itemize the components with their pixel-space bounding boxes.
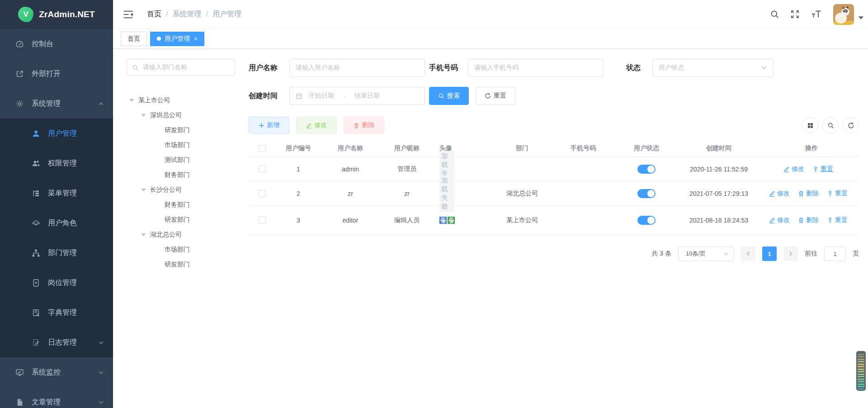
tree-node[interactable]: 湖北总公司: [127, 227, 235, 242]
sidebar: V ZrAdmin.NET 控制台外部打开系统管理用户管理权限管理菜单管理用户角…: [0, 0, 113, 408]
sidebar-item-system-monitor[interactable]: 系统监控: [0, 357, 113, 387]
status-toggle[interactable]: [637, 189, 656, 198]
row-checkbox[interactable]: [259, 217, 266, 224]
caret-down-icon[interactable]: [129, 99, 134, 102]
page-size-select[interactable]: 10条/页: [678, 247, 734, 261]
created-time: 2020-11-26 11:52:59: [674, 166, 764, 173]
goto-label: 前往: [805, 250, 817, 258]
created-time: 2021-08-18 18:24:53: [674, 217, 764, 224]
tree-node[interactable]: 财务部门: [127, 167, 235, 182]
tree-node[interactable]: 长沙分公司: [127, 182, 235, 197]
breadcrumb-item[interactable]: 首页: [147, 9, 161, 19]
reset-link[interactable]: 重置: [812, 165, 833, 173]
tree-node[interactable]: 市场部门: [127, 242, 235, 257]
sidebar-item-log-mgmt[interactable]: 日志管理: [0, 327, 113, 357]
dashboard-icon: [15, 40, 24, 48]
user-icon: [32, 129, 40, 138]
sidebar-item-user-mgmt[interactable]: 用户管理: [0, 119, 113, 148]
current-page-button[interactable]: 1: [762, 247, 777, 261]
edit-link[interactable]: 修改: [783, 165, 804, 173]
tree-node-label: 市场部门: [165, 141, 190, 149]
delete-link[interactable]: 删除: [798, 216, 819, 224]
sidebar-item-perm-mgmt[interactable]: 权限管理: [0, 148, 113, 178]
row-checkbox[interactable]: [259, 190, 266, 197]
tree-node[interactable]: 研发部门: [127, 212, 235, 227]
user-avatar[interactable]: [833, 4, 854, 25]
close-icon[interactable]: ×: [194, 36, 198, 42]
badge-icon: [32, 279, 40, 287]
add-button[interactable]: 新增: [249, 117, 289, 134]
delete-link[interactable]: 删除: [798, 190, 819, 198]
tree-node[interactable]: 测试部门: [127, 152, 235, 167]
search-button[interactable]: 搜索: [429, 87, 469, 105]
row-actions: 修改删除重置: [764, 190, 859, 198]
row-checkbox[interactable]: [259, 166, 266, 173]
sidebar-item-dashboard[interactable]: 控制台: [0, 29, 113, 59]
tree-node[interactable]: 市场部门: [127, 138, 235, 152]
tree-node-label: 长沙分公司: [150, 186, 182, 194]
search-icon: [827, 122, 834, 129]
users-icon: [32, 159, 40, 168]
caret-down-icon[interactable]: [141, 233, 146, 237]
sidebar-item-external-open[interactable]: 外部打开: [0, 59, 113, 89]
tab-label: 首页: [127, 35, 140, 43]
sidebar-item-system-mgmt[interactable]: 系统管理: [0, 89, 113, 119]
username-input[interactable]: 请输入用户名称: [289, 59, 425, 77]
breadcrumb-item[interactable]: 系统管理: [172, 9, 201, 19]
refresh-table-button[interactable]: [843, 117, 859, 133]
next-page-button[interactable]: [783, 247, 798, 261]
sidebar-item-post-mgmt[interactable]: 岗位管理: [0, 268, 113, 298]
sidebar-item-menu-mgmt[interactable]: 菜单管理: [0, 178, 113, 208]
user-table: 用户编号用户名称用户昵称头像部门手机号码用户状态创建时间操作 1admin管理员…: [249, 138, 859, 235]
tab-user-mgmt[interactable]: 用户管理×: [150, 32, 204, 46]
edit-pen-icon: [783, 166, 790, 172]
sidebar-item-label: 部门管理: [48, 248, 77, 258]
reset-link[interactable]: 重置: [827, 190, 848, 198]
user-nickname: zr: [380, 190, 434, 197]
sidebar-item-dict-mgmt[interactable]: 字典管理: [0, 298, 113, 327]
select-all-checkbox[interactable]: [259, 145, 266, 152]
status-placeholder: 用户状态: [659, 64, 684, 72]
column-settings-button[interactable]: [802, 117, 818, 133]
edit-link[interactable]: 修改: [769, 190, 790, 198]
phone-input[interactable]: 请输入手机号码: [468, 59, 604, 77]
tree-node[interactable]: 某上市公司: [127, 93, 235, 108]
sidebar-item-label: 外部打开: [32, 69, 61, 79]
created-label: 创建时间: [249, 87, 278, 105]
tree-node[interactable]: 深圳总公司: [127, 108, 235, 123]
font-size-icon[interactable]: [811, 9, 822, 19]
caret-down-icon[interactable]: [141, 114, 146, 117]
date-range-input[interactable]: 开始日期 - 结束日期: [289, 87, 425, 105]
sidebar-item-article-mgmt[interactable]: 文章管理: [0, 387, 113, 408]
tree-node-label: 财务部门: [165, 171, 190, 179]
dept-tree: 某上市公司深圳总公司研发部门市场部门测试部门财务部门长沙分公司财务部门研发部门湖…: [127, 93, 235, 272]
edit-link[interactable]: 修改: [769, 216, 790, 224]
end-date-placeholder: 结束日期: [354, 92, 380, 100]
reset-link[interactable]: 重置: [827, 216, 848, 224]
edit-button[interactable]: 修改: [296, 117, 337, 134]
reset-button[interactable]: 重置: [476, 87, 515, 105]
sidebar-item-dept-mgmt[interactable]: 部门管理: [0, 238, 113, 268]
sidebar-item-label: 日志管理: [48, 338, 77, 347]
dept-search-input[interactable]: 请输入部门名称: [127, 59, 235, 76]
tree-node[interactable]: 研发部门: [127, 257, 235, 272]
prev-page-button[interactable]: [741, 247, 755, 261]
tree-node[interactable]: 研发部门: [127, 123, 235, 138]
status-toggle[interactable]: [637, 216, 656, 225]
toggle-search-button[interactable]: [822, 117, 839, 133]
goto-page-input[interactable]: 1: [824, 247, 846, 261]
collapse-sidebar-icon[interactable]: [123, 10, 133, 19]
caret-down-icon[interactable]: [859, 16, 863, 19]
user-name: admin: [321, 166, 380, 173]
status-select[interactable]: 用户状态: [652, 59, 774, 77]
sidebar-item-user-role[interactable]: 用户角色: [0, 208, 113, 238]
search-icon[interactable]: [770, 9, 779, 19]
status-toggle[interactable]: [637, 165, 656, 174]
refresh-icon: [848, 122, 854, 129]
delete-button[interactable]: 删除: [344, 117, 384, 134]
tab-home[interactable]: 首页: [121, 32, 147, 46]
tree-node[interactable]: 财务部门: [127, 197, 235, 212]
fullscreen-icon[interactable]: [790, 9, 800, 19]
caret-down-icon[interactable]: [141, 188, 146, 192]
user-id: 2: [276, 190, 321, 197]
